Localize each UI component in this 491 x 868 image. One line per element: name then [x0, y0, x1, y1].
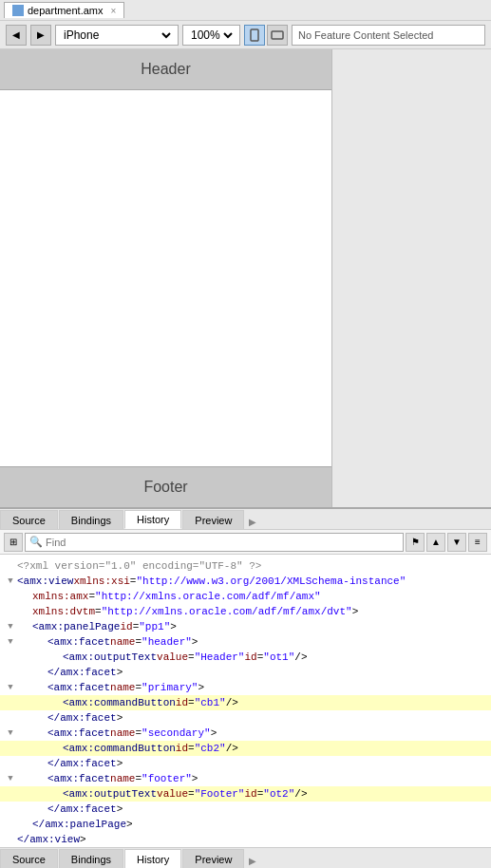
bookmark-button[interactable]: ⚑ [406, 533, 425, 552]
search-icon: 🔍 [29, 536, 43, 548]
forward-button[interactable]: ▶ [30, 25, 51, 46]
main-toolbar: ◀ ▶ iPhone iPad Android 100% 75% 50% No … [0, 21, 491, 49]
tab-close-button[interactable]: × [110, 6, 116, 16]
editor-tab-bar: Source Bindings History Preview ▶ [0, 509, 491, 530]
main-area: Header Footer [0, 49, 491, 507]
svg-rect-1 [272, 31, 283, 39]
bottom-tab-history[interactable]: History [124, 849, 181, 868]
table-row: </amx:facet> [0, 756, 491, 771]
table-row: </amx:facet> [0, 802, 491, 817]
expand-all-button[interactable]: ⊞ [4, 533, 23, 552]
table-row: ▼<amx:facet name="header"> [0, 634, 491, 650]
landscape-icon [271, 30, 284, 40]
fold-icon-14[interactable]: ▼ [4, 771, 17, 786]
table-row: <amx:commandButton id="cb2"/> [0, 741, 491, 756]
table-row: <amx:outputText value="Footer" id="ot2"/… [0, 786, 491, 802]
footer-text: Footer [143, 479, 187, 495]
fold-icon-4[interactable]: ▼ [4, 619, 17, 634]
table-row: <amx:commandButton id="cb1"/> [0, 695, 491, 710]
feature-content-label: No Feature Content Selected [292, 25, 485, 46]
table-row: </amx:facet> [0, 665, 491, 680]
tab-source[interactable]: Source [0, 510, 58, 529]
bottom-tab-source[interactable]: Source [0, 849, 58, 868]
back-icon: ◀ [12, 29, 20, 40]
clear-bookmarks-button[interactable]: ≡ [468, 533, 487, 552]
portrait-view-button[interactable] [244, 25, 265, 46]
header-text: Header [141, 61, 190, 77]
svg-rect-0 [251, 29, 258, 41]
table-row: ▼<amx:facet name="primary"> [0, 680, 491, 695]
device-select-input[interactable]: iPhone iPad Android [60, 28, 174, 43]
tab-history[interactable]: History [124, 510, 181, 529]
file-icon [12, 5, 24, 16]
properties-pane [332, 49, 491, 507]
bottom-tab-preview[interactable]: Preview [182, 849, 244, 868]
editor-toolbar: ⊞ 🔍 ⚑ ▲ ▼ ≡ [0, 530, 491, 555]
table-row: xmlns:amx="http://xmlns.oracle.com/adf/m… [0, 589, 491, 604]
tab-arrow[interactable]: ▶ [245, 515, 260, 529]
table-row: </amx:facet> [0, 710, 491, 726]
bottom-footer-tab-bar: Source Bindings History Preview ▶ [0, 847, 491, 868]
preview-pane: Header Footer [0, 49, 332, 507]
table-row: </amx:panelPage> [0, 817, 491, 832]
title-bar: department.amx × [0, 0, 491, 21]
tab-bindings[interactable]: Bindings [59, 510, 123, 529]
clear-bookmarks-icon: ≡ [475, 537, 481, 547]
file-tab[interactable]: department.amx × [4, 2, 124, 18]
fold-icon-8[interactable]: ▼ [4, 680, 17, 695]
forward-icon: ▶ [37, 29, 45, 40]
zoom-select-input[interactable]: 100% 75% 50% [187, 28, 236, 43]
code-editor[interactable]: <?xml version="1.0" encoding="UTF-8" ?>▼… [0, 555, 491, 847]
table-row: ▼<amx:view xmlns:xsi="http://www.w3.org/… [0, 574, 491, 589]
device-view-icons [244, 25, 288, 46]
table-row: <?xml version="1.0" encoding="UTF-8" ?> [0, 558, 491, 574]
next-bookmark-icon: ▼ [452, 537, 462, 547]
table-row: ▼<amx:facet name="footer"> [0, 771, 491, 786]
feature-content-text: No Feature Content Selected [298, 29, 433, 41]
bottom-tab-bindings[interactable]: Bindings [59, 849, 123, 868]
prev-bookmark-button[interactable]: ▲ [426, 533, 445, 552]
search-input[interactable] [46, 537, 399, 548]
bottom-section: Source Bindings History Preview ▶ ⊞ 🔍 ⚑ … [0, 507, 491, 868]
fold-icon-5[interactable]: ▼ [4, 634, 17, 650]
tab-preview[interactable]: Preview [182, 510, 244, 529]
tab-label: department.amx [28, 5, 103, 16]
back-button[interactable]: ◀ [6, 25, 27, 46]
device-selector[interactable]: iPhone iPad Android [55, 25, 179, 46]
zoom-selector[interactable]: 100% 75% 50% [182, 25, 240, 46]
bottom-tab-arrow[interactable]: ▶ [245, 854, 260, 868]
phone-body [0, 90, 331, 466]
table-row: <amx:outputText value="Header" id="ot1"/… [0, 650, 491, 665]
bookmark-icon: ⚑ [411, 537, 420, 547]
fold-icon-1[interactable]: ▼ [4, 574, 17, 589]
portrait-icon [250, 28, 259, 42]
table-row: </amx:view> [0, 832, 491, 847]
search-box[interactable]: 🔍 [25, 533, 404, 552]
phone-preview: Header Footer [0, 49, 331, 507]
phone-footer: Footer [0, 466, 331, 507]
table-row: xmlns:dvtm="http://xmlns.oracle.com/adf/… [0, 604, 491, 619]
fold-icon-11[interactable]: ▼ [4, 726, 17, 741]
next-bookmark-button[interactable]: ▼ [447, 533, 466, 552]
expand-all-icon: ⊞ [9, 537, 17, 547]
table-row: ▼<amx:facet name="secondary"> [0, 726, 491, 741]
prev-bookmark-icon: ▲ [431, 537, 441, 547]
phone-header: Header [0, 49, 331, 90]
table-row: ▼<amx:panelPage id="pp1"> [0, 619, 491, 634]
landscape-view-button[interactable] [267, 25, 288, 46]
